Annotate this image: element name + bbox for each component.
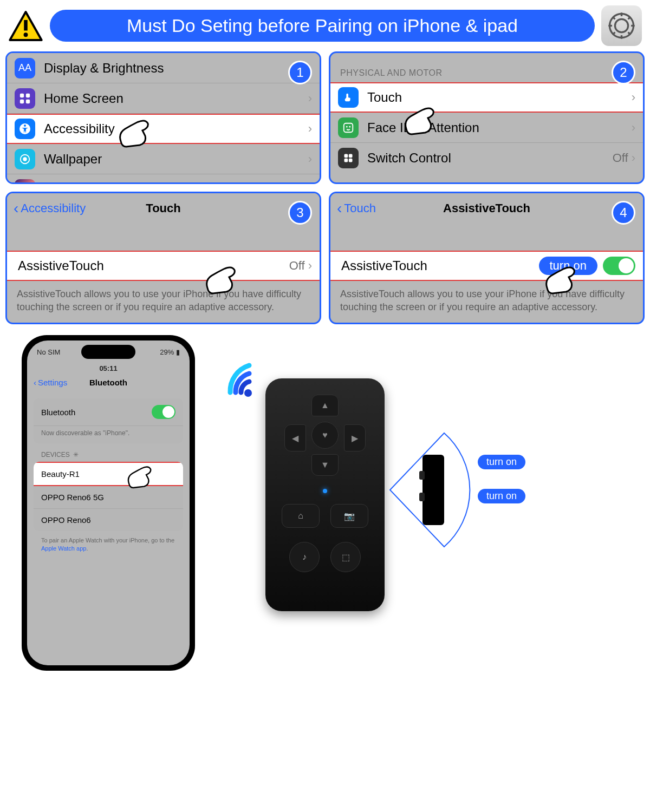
bluetooth-toggle-row[interactable]: Bluetooth (34, 398, 183, 426)
toggle-on[interactable] (152, 405, 176, 419)
svg-line-9 (613, 17, 615, 19)
pointing-hand-icon (115, 117, 153, 149)
step-panel-1: 1 AA Display & Brightness › Home Screen … (5, 51, 321, 184)
dpad-left[interactable]: ◀ (284, 424, 306, 451)
svg-rect-1 (24, 19, 28, 30)
svg-line-12 (613, 32, 615, 35)
step-badge: 3 (288, 201, 312, 225)
svg-line-11 (628, 17, 630, 19)
touch-icon (338, 87, 359, 108)
svg-point-18 (24, 125, 26, 127)
svg-point-28 (244, 389, 252, 397)
home-screen-icon (15, 88, 35, 109)
remote-control: ▲ ▼ ◀ ▶ ♥ ⌂ 📷 ♪ ⬚ (265, 378, 385, 611)
settings-row-faceid[interactable]: Face ID & Attention › (330, 113, 643, 143)
toggle-on[interactable] (603, 257, 635, 275)
step-badge: 2 (612, 61, 635, 84)
page-title: Must Do Seting before Pairing on iPhone … (50, 10, 595, 42)
description-text: AssistiveTouch allows you to use your iP… (330, 281, 643, 320)
description-text: AssistiveTouch allows you to use your iP… (7, 281, 320, 320)
remote-side-detail: turn on turn on (385, 417, 525, 563)
svg-line-10 (628, 32, 630, 35)
dpad-up[interactable]: ▲ (311, 395, 339, 416)
battery-text: 29% ▮ (160, 348, 180, 356)
header: Must Do Seting before Pairing on iPhone … (0, 0, 650, 51)
back-button[interactable]: ‹ Touch (337, 200, 376, 217)
devices-header: DEVICES ✳ (34, 443, 183, 462)
dpad-down[interactable]: ▼ (311, 454, 339, 476)
svg-rect-24 (344, 154, 348, 158)
step-panel-2: 2 PHYSICAL AND MOTOR Touch › Face ID & A… (329, 51, 645, 184)
device-row[interactable]: OPPO Reno6 (34, 509, 183, 531)
settings-row-assistivetouch[interactable]: AssistiveTouch Off › (7, 251, 320, 281)
device-row-beauty-r1[interactable]: Beauty-R1 (34, 462, 183, 486)
svg-rect-21 (344, 123, 353, 132)
back-button[interactable]: ‹ Settings (34, 378, 67, 387)
chevron-right-icon: › (632, 121, 635, 135)
chevron-right-icon: › (308, 182, 312, 184)
phone-navbar: ‹ Settings Bluetooth (27, 372, 190, 392)
navbar: ‹ Accessibility Touch (7, 193, 320, 224)
music-button[interactable]: ♪ (289, 542, 320, 572)
chevron-right-icon: › (308, 152, 312, 166)
back-button[interactable]: ‹ Accessibility (14, 200, 86, 217)
svg-point-22 (346, 126, 348, 127)
settings-row-display-brightness[interactable]: AA Display & Brightness › (7, 53, 320, 83)
step-badge: 4 (612, 201, 635, 225)
dynamic-island (81, 345, 135, 359)
camera-button[interactable]: 📷 (330, 504, 368, 528)
clock-text: 05:11 (99, 364, 117, 372)
nav-title: Touch (146, 201, 180, 215)
chevron-left-icon: ‹ (337, 200, 342, 217)
turn-on-label: turn on (478, 455, 525, 469)
chevron-left-icon: ‹ (34, 378, 36, 387)
carrier-text: No SIM (37, 348, 60, 356)
device-row[interactable]: OPPO Reno6 5G (34, 486, 183, 509)
settings-row-wallpaper[interactable]: Wallpaper › (7, 144, 320, 174)
settings-app-icon (601, 5, 642, 46)
svg-point-4 (615, 19, 628, 32)
svg-rect-27 (349, 159, 353, 162)
step-panel-4: 4 ‹ Touch AssistiveTouch AssistiveTouch … (329, 192, 645, 324)
chevron-right-icon: › (632, 151, 635, 165)
svg-rect-25 (349, 154, 353, 158)
settings-row-switch-control[interactable]: Switch Control Off › (330, 143, 643, 173)
iphone-mockup: No SIM 05:11 29% ▮ ‹ Settings Bluetooth … (22, 335, 195, 671)
svg-rect-13 (20, 93, 24, 97)
remote-side-view (422, 455, 444, 525)
wallpaper-icon (15, 149, 35, 169)
settings-row-siri[interactable]: Siri & Search › (7, 174, 320, 184)
nav-title: AssistiveTouch (443, 201, 530, 215)
svg-rect-14 (26, 93, 30, 97)
spinner-icon: ✳ (73, 451, 79, 459)
settings-row-assistivetouch-toggle[interactable]: AssistiveTouch turn on (330, 251, 643, 281)
settings-row-home-screen[interactable]: Home Screen › (7, 83, 320, 114)
dpad-center[interactable]: ♥ (311, 422, 339, 449)
pointing-hand-icon (202, 264, 240, 296)
dpad: ▲ ▼ ◀ ▶ ♥ (284, 395, 366, 476)
settings-row-accessibility[interactable]: Accessibility › (7, 114, 320, 144)
pointing-hand-icon (542, 264, 580, 296)
display-brightness-icon: AA (15, 58, 35, 78)
svg-rect-26 (344, 159, 348, 162)
chevron-left-icon: ‹ (14, 200, 18, 217)
chevron-right-icon: › (308, 91, 312, 106)
chevron-right-icon: › (308, 122, 312, 136)
switch-control-icon (338, 148, 359, 168)
pair-note: To pair an Apple Watch with your iPhone,… (34, 531, 183, 559)
step-badge: 1 (288, 61, 312, 84)
chevron-right-icon: › (632, 90, 635, 104)
svg-point-20 (23, 157, 27, 161)
discoverable-text: Now discoverable as "iPhone". (34, 426, 183, 443)
turn-on-label: turn on (478, 489, 525, 503)
svg-point-2 (24, 32, 28, 37)
record-button[interactable]: ⬚ (330, 542, 361, 572)
apple-watch-link[interactable]: Apple Watch app (41, 545, 86, 552)
home-button[interactable]: ⌂ (282, 504, 320, 528)
navbar: ‹ Touch AssistiveTouch (330, 193, 643, 224)
settings-row-touch[interactable]: Touch › (330, 82, 643, 113)
svg-rect-15 (20, 99, 24, 103)
pointing-hand-icon (401, 104, 439, 137)
warning-icon (8, 10, 43, 42)
dpad-right[interactable]: ▶ (344, 424, 366, 451)
